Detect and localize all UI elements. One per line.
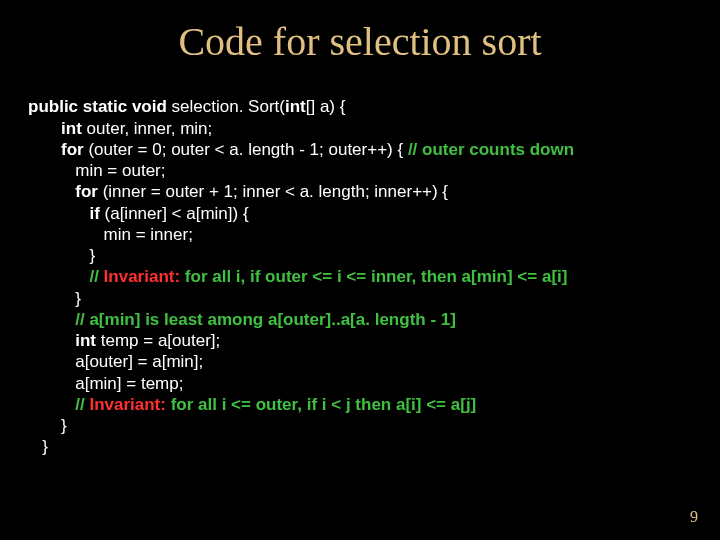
- page-number: 9: [690, 508, 698, 526]
- t: [] a) {: [306, 97, 346, 116]
- t: (a[inner] < a[min]) {: [100, 204, 249, 223]
- slide: Code for selection sort public static vo…: [0, 0, 720, 540]
- t: min = inner;: [104, 225, 193, 244]
- code-block: public static void selection. Sort(int[]…: [0, 75, 720, 458]
- comment: // a[min] is least among a[outer]..a[a. …: [75, 310, 456, 329]
- invariant: Invariant:: [104, 267, 181, 286]
- t: a[outer] = a[min];: [75, 352, 203, 371]
- kw: if: [89, 204, 99, 223]
- t: }: [89, 246, 95, 265]
- t: }: [61, 416, 67, 435]
- comment: //: [75, 395, 89, 414]
- comment: for all i, if outer <= i <= inner, then …: [180, 267, 567, 286]
- t: a[min] = temp;: [75, 374, 183, 393]
- kw: for: [75, 182, 98, 201]
- invariant: Invariant:: [89, 395, 166, 414]
- comment: for all i <= outer, if i < j then a[i] <…: [166, 395, 476, 414]
- comment: // outer counts down: [408, 140, 574, 159]
- t: (inner = outer + 1; inner < a. length; i…: [98, 182, 448, 201]
- kw: int: [75, 331, 96, 350]
- kw: int: [285, 97, 306, 116]
- t: }: [75, 289, 81, 308]
- t: min = outer;: [75, 161, 165, 180]
- kw: for: [61, 140, 84, 159]
- t: temp = a[outer];: [96, 331, 220, 350]
- comment: //: [89, 267, 103, 286]
- kw: public static void: [28, 97, 167, 116]
- slide-title: Code for selection sort: [0, 0, 720, 75]
- kw: int: [61, 119, 82, 138]
- t: selection. Sort(: [167, 97, 285, 116]
- t: (outer = 0; outer < a. length - 1; outer…: [84, 140, 408, 159]
- t: }: [42, 437, 48, 456]
- t: outer, inner, min;: [82, 119, 212, 138]
